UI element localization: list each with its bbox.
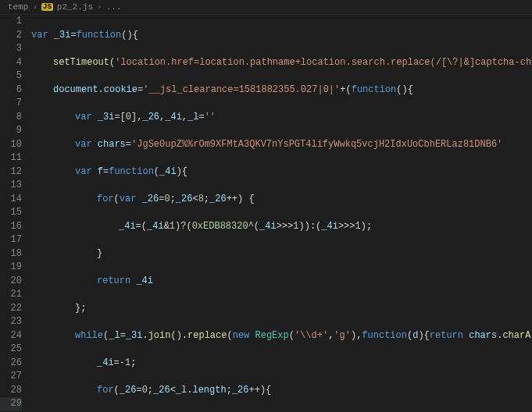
line-number: 25: [0, 343, 22, 357]
line-number: 28: [0, 384, 22, 398]
line-number: 29: [0, 397, 22, 411]
code-line[interactable]: _4i=(_4i&1)?(0xEDB88320^(_4i>>>1)):(_4i>…: [31, 220, 532, 234]
line-number: 17: [0, 233, 22, 247]
line-number-gutter: 1 2 3 4 5 6 7 8 9 10 11 12 13 14 15 16 1…: [0, 15, 31, 412]
line-number: 26: [0, 357, 22, 371]
code-editor[interactable]: 1 2 3 4 5 6 7 8 9 10 11 12 13 14 15 16 1…: [0, 15, 532, 412]
chevron-right-icon: ›: [97, 2, 102, 12]
line-number: 1: [0, 15, 22, 29]
line-number: 23: [0, 315, 22, 329]
line-number: 3: [0, 42, 22, 56]
line-number: 7: [0, 97, 22, 111]
code-line[interactable]: };: [31, 302, 532, 316]
line-number: 24: [0, 329, 22, 343]
line-number: 21: [0, 288, 22, 302]
code-line[interactable]: document.cookie='__jsl_clearance=1581882…: [31, 83, 532, 98]
code-line[interactable]: for(_26=0;_26<_l.length;_26++){: [31, 384, 532, 398]
breadcrumb-file[interactable]: p2_2.js: [57, 2, 93, 12]
code-line[interactable]: _4i=-1;: [31, 357, 532, 371]
line-number: 5: [0, 69, 22, 83]
line-number: 8: [0, 111, 22, 125]
js-icon: JS: [41, 3, 53, 11]
breadcrumb-folder[interactable]: temp: [8, 2, 28, 12]
line-number: 16: [0, 220, 22, 234]
code-line[interactable]: }: [31, 247, 532, 261]
line-number: 18: [0, 247, 22, 261]
line-number: 6: [0, 83, 22, 98]
code-line[interactable]: var _3i=function(){: [31, 29, 532, 43]
line-number: 4: [0, 56, 22, 70]
line-number: 2: [0, 29, 22, 43]
line-number: 15: [0, 206, 22, 220]
code-line[interactable]: var chars='JgSe0upZ%%rOm9XFMtA3QKV7nYsPG…: [31, 138, 532, 152]
line-number: 19: [0, 261, 22, 275]
line-number: 11: [0, 151, 22, 165]
code-line[interactable]: return _4i: [31, 275, 532, 289]
line-number: 14: [0, 193, 22, 207]
line-number: 10: [0, 138, 22, 152]
line-number: 12: [0, 165, 22, 179]
code-line[interactable]: var _3i=[0],_26,_4i,_l='': [31, 111, 532, 125]
line-number: 22: [0, 302, 22, 316]
code-line[interactable]: var f=function(_4i){: [31, 165, 532, 179]
code-content[interactable]: var _3i=function(){ setTimeout('location…: [31, 15, 532, 412]
line-number: 9: [0, 124, 22, 138]
line-number: 27: [0, 370, 22, 384]
breadcrumb-tail[interactable]: ...: [106, 2, 122, 12]
chevron-right-icon: ›: [32, 2, 37, 12]
line-number: 13: [0, 179, 22, 193]
code-line[interactable]: setTimeout('location.href=location.pathn…: [31, 56, 532, 70]
line-number: 20: [0, 275, 22, 289]
code-line[interactable]: while(_l=_3i.join().replace(new RegExp('…: [31, 329, 532, 343]
breadcrumb: temp › JS p2_2.js › ...: [0, 0, 532, 15]
code-line[interactable]: for(var _26=0;_26<8;_26++) {: [31, 193, 532, 207]
